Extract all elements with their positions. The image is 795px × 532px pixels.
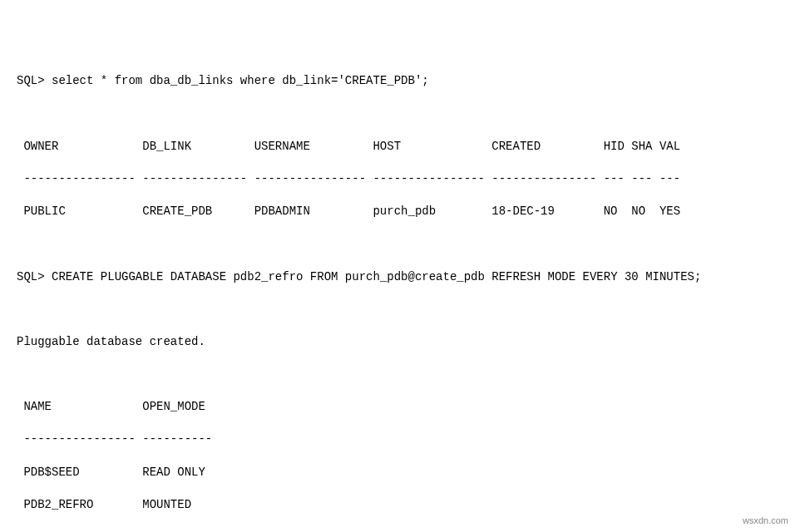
table-row: PDB$SEED READ ONLY <box>17 465 778 481</box>
watermark: wsxdn.com <box>743 515 788 527</box>
command: CREATE PLUGGABLE DATABASE pdb2_refro FRO… <box>52 270 701 283</box>
prompt: SQL> <box>17 270 52 283</box>
blank <box>17 236 778 253</box>
message: Pluggable database created. <box>17 334 778 351</box>
sql-line: SQL> select * from dba_db_links where db… <box>17 73 778 90</box>
blank <box>17 302 778 318</box>
blank <box>17 367 778 383</box>
table-row: PUBLIC CREATE_PDB PDBADMIN purch_pdb 18-… <box>17 204 778 220</box>
blank <box>17 106 778 123</box>
table-header: OWNER DB_LINK USERNAME HOST CREATED HID … <box>17 139 778 155</box>
sql-line: SQL> CREATE PLUGGABLE DATABASE pdb2_refr… <box>17 269 778 286</box>
table-rule: ---------------- ---------- <box>17 431 778 448</box>
command: select * from dba_db_links where db_link… <box>52 74 429 87</box>
table-header: NAME OPEN_MODE <box>17 399 778 416</box>
table-row: PDB2_REFRO MOUNTED <box>17 497 778 514</box>
prompt: SQL> <box>17 74 52 87</box>
table-rule: ---------------- --------------- -------… <box>17 171 778 188</box>
